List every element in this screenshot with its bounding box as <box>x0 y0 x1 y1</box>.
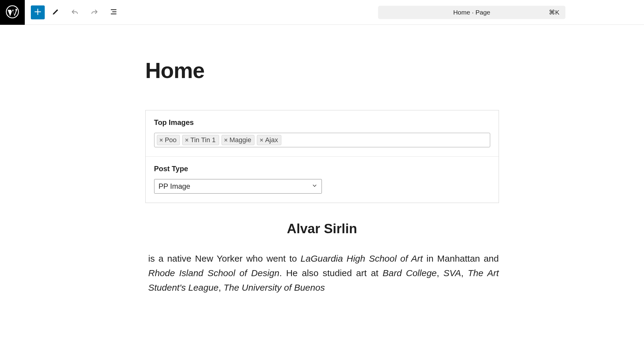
list-view-icon <box>109 8 118 17</box>
bio-span: . He also studied art at <box>279 268 383 278</box>
tag-label: Maggie <box>229 136 251 144</box>
document-overview-button[interactable] <box>105 4 122 21</box>
editor-toolbar: Home · Page ⌘K <box>0 0 644 25</box>
tag-label: Poo <box>165 136 176 144</box>
page-title[interactable]: Home <box>145 58 499 83</box>
bio-span: , <box>437 268 443 278</box>
add-block-button[interactable] <box>31 5 45 19</box>
post-type-select[interactable]: PP Image <box>154 179 322 194</box>
top-images-section: Top Images ×Poo×Tin Tin 1×Maggie×Ajax <box>146 110 499 157</box>
post-type-section: Post Type PP Image <box>146 157 499 203</box>
editor-content: Home Top Images ×Poo×Tin Tin 1×Maggie×Aj… <box>145 25 499 295</box>
bio-italic-span: SVA <box>443 268 461 278</box>
wordpress-icon <box>6 5 19 20</box>
bio-paragraph[interactable]: is a native New Yorker who went to LaGua… <box>145 251 499 295</box>
post-type-selected-value: PP Image <box>159 182 190 191</box>
command-shortcut-label: ⌘K <box>549 9 559 16</box>
tag-label: Tin Tin 1 <box>190 136 216 144</box>
bio-italic-span: The University of Buenos <box>224 283 325 292</box>
bio-span: in Manhattan and <box>423 253 499 263</box>
plus-icon <box>34 8 42 17</box>
custom-block-panel: Top Images ×Poo×Tin Tin 1×Maggie×Ajax Po… <box>145 110 499 203</box>
tag-chip: ×Maggie <box>222 135 255 145</box>
bio-span: is a native New Yorker who went to <box>148 253 301 263</box>
remove-tag-icon[interactable]: × <box>159 137 164 144</box>
edit-tool-button[interactable] <box>47 4 64 21</box>
tag-chip: ×Poo <box>157 135 180 145</box>
redo-icon <box>90 8 99 17</box>
undo-icon <box>71 8 79 17</box>
command-palette-label: Home · Page <box>453 9 490 16</box>
redo-button[interactable] <box>86 4 103 21</box>
bio-span: , <box>461 268 468 278</box>
post-type-label: Post Type <box>154 165 490 173</box>
command-palette-button[interactable]: Home · Page ⌘K <box>378 6 565 19</box>
undo-button[interactable] <box>66 4 83 21</box>
bio-heading[interactable]: Alvar Sirlin <box>145 221 499 236</box>
top-images-label: Top Images <box>154 118 490 127</box>
bio-italic-span: LaGuardia High School of Art <box>301 253 423 263</box>
bio-italic-span: Bard College <box>383 268 437 278</box>
post-type-select-wrap: PP Image <box>154 179 322 194</box>
remove-tag-icon[interactable]: × <box>259 137 264 144</box>
top-images-input[interactable]: ×Poo×Tin Tin 1×Maggie×Ajax <box>154 133 490 147</box>
wordpress-logo-button[interactable] <box>0 0 25 25</box>
remove-tag-icon[interactable]: × <box>184 137 189 144</box>
pencil-icon <box>51 8 60 17</box>
bio-span: , <box>218 283 224 292</box>
tag-label: Ajax <box>265 136 278 144</box>
tag-chip: ×Tin Tin 1 <box>182 135 219 145</box>
bio-italic-span: Rhode Island School of Design <box>148 268 280 278</box>
tag-chip: ×Ajax <box>257 135 281 145</box>
svg-point-0 <box>6 5 18 18</box>
remove-tag-icon[interactable]: × <box>224 137 228 144</box>
toolbar-left-group <box>25 4 122 21</box>
